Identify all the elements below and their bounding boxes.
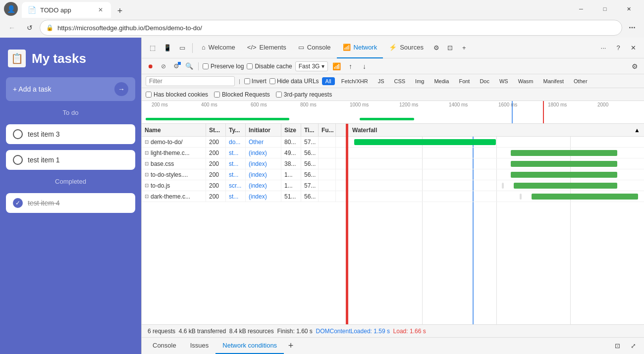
bottom-tab-issues[interactable]: Issues	[183, 338, 216, 354]
has-blocked-cookies-label[interactable]: Has blocked cookies	[146, 91, 208, 98]
table-row[interactable]: ⊡ to-do.js 200 scr... (index) 1... 57...	[142, 180, 347, 191]
add-bottom-tab-button[interactable]: +	[284, 339, 298, 353]
device-emulation-button[interactable]: 📱	[161, 41, 174, 55]
tab-sources[interactable]: ⚡ Sources	[383, 38, 429, 58]
tabs-area: 📄 TODO app ✕ +	[22, 0, 570, 18]
tab-network[interactable]: 📶 Network	[337, 38, 383, 58]
devtools-toolbar: ⬚ 📱 ▭ ⌂ Welcome </> Elements ▭ Console	[142, 38, 644, 58]
help-button[interactable]: ?	[611, 41, 625, 55]
td-name-1: ⊡ demo-to-do/	[142, 137, 206, 147]
filter-media-button[interactable]: Media	[430, 77, 452, 85]
filter-input[interactable]	[146, 76, 235, 86]
upload-button[interactable]: ↑	[345, 61, 356, 72]
filter-manifest-button[interactable]: Manifest	[539, 77, 567, 85]
filter-wasm-button[interactable]: Wasm	[515, 77, 537, 85]
network-settings-button[interactable]: ⚙	[629, 61, 640, 72]
task-item-2[interactable]: test item 1	[6, 150, 135, 170]
profile-button[interactable]: 👤	[4, 2, 18, 16]
expand-button[interactable]: ⤢	[626, 339, 640, 353]
disable-cache-checkbox[interactable]: Disable cache	[247, 63, 292, 70]
th-initiator[interactable]: Initiator	[246, 124, 281, 136]
filter-ws-button[interactable]: WS	[496, 77, 512, 85]
th-status[interactable]: St...	[206, 124, 226, 136]
add-task-button[interactable]: + Add a task →	[6, 77, 135, 101]
filter-js-button[interactable]: JS	[375, 77, 388, 85]
th-type[interactable]: Ty...	[226, 124, 246, 136]
maximize-button[interactable]: □	[593, 1, 616, 17]
settings-button[interactable]: ⚙	[429, 41, 443, 55]
tab-console[interactable]: ▭ Console	[292, 38, 337, 58]
th-fulfilled[interactable]: Fu...	[319, 124, 336, 136]
inspect-element-button[interactable]: ⬚	[146, 41, 160, 55]
wf-bar-5-waiting	[502, 183, 504, 189]
throttle-selector[interactable]: Fast 3G ▾	[295, 61, 328, 71]
table-row[interactable]: ⊡ light-theme.c... 200 st... (index) 49.…	[142, 148, 347, 158]
filter-font-button[interactable]: Font	[455, 77, 473, 85]
table-row[interactable]: ⊡ to-do-styles.... 200 st... (index) 1..…	[142, 169, 347, 180]
filter-img-button[interactable]: Img	[412, 77, 428, 85]
table-row[interactable]: ⊡ dark-theme.c... 200 st... (index) 51..…	[142, 191, 347, 202]
third-party-label[interactable]: 3rd-party requests	[276, 91, 332, 98]
dock-side-button[interactable]: ⊡	[443, 41, 457, 55]
tab-welcome[interactable]: ⌂ Welcome	[196, 38, 241, 58]
tab-elements[interactable]: </> Elements	[241, 38, 292, 58]
more-tabs-button[interactable]: ···	[596, 41, 610, 55]
td-time-5: 57...	[301, 180, 319, 191]
timeline-mark-1000: 1000 ms	[350, 102, 369, 107]
has-blocked-cookies-checkbox[interactable]	[146, 92, 152, 98]
task-item-1[interactable]: test item 3	[6, 124, 135, 144]
td-initiator-6: (index)	[246, 191, 281, 202]
clear-button[interactable]: ⊘	[159, 61, 168, 71]
th-time[interactable]: Ti...	[301, 124, 319, 136]
new-tab-button[interactable]: +	[113, 4, 127, 18]
timeline-mark-800: 800 ms	[300, 102, 317, 107]
tab-close-button[interactable]: ✕	[96, 5, 105, 14]
table-row[interactable]: ⊡ demo-to-do/ 200 do... Other 80... 57..…	[142, 137, 347, 148]
task-checkbox-1[interactable]	[13, 129, 23, 139]
network-table: Name St... Ty... Initiator Size Ti... Fu…	[142, 124, 347, 324]
task-checkbox-completed-1[interactable]: ✓	[13, 198, 23, 208]
filter-fetch-xhr-button[interactable]: Fetch/XHR	[338, 77, 372, 85]
blocked-requests-label[interactable]: Blocked Requests	[214, 91, 270, 98]
preserve-log-checkbox[interactable]: Preserve log	[203, 63, 244, 70]
add-tab-button[interactable]: +	[457, 41, 471, 55]
record-button[interactable]: ⏺	[146, 61, 156, 71]
filter-css-button[interactable]: CSS	[390, 77, 409, 85]
dock-button[interactable]: ▭	[175, 41, 189, 55]
th-name[interactable]: Name	[142, 124, 206, 136]
wf-bar-5	[514, 183, 617, 189]
td-initiator-3: (index)	[246, 158, 281, 169]
bottom-tab-network-conditions[interactable]: Network conditions	[215, 338, 284, 354]
bottom-tab-console[interactable]: Console	[146, 338, 183, 354]
waterfall-sort-icon[interactable]: ▲	[634, 127, 640, 134]
td-size-6: 51...	[281, 191, 301, 202]
minimize-button[interactable]: ─	[570, 1, 592, 17]
filter-all-button[interactable]: All	[322, 77, 335, 85]
status-requests: 6 requests 4.6 kB transferred 8.4 kB res…	[148, 328, 316, 335]
blocked-requests-checkbox[interactable]	[214, 92, 220, 98]
th-size[interactable]: Size	[281, 124, 301, 136]
task-checkbox-2[interactable]	[13, 155, 23, 165]
address-bar[interactable]: 🔒 https://microsoftedge.github.io/Demos/…	[40, 20, 622, 36]
table-row[interactable]: ⊡ base.css 200 st... (index) 38... 56...	[142, 158, 347, 169]
more-options-button[interactable]: ···	[624, 20, 640, 36]
browser-tab[interactable]: 📄 TODO app ✕	[22, 2, 111, 18]
td-fulfilled-1	[319, 137, 336, 147]
timeline-mark-1800: 1800 ms	[548, 102, 567, 107]
search-button[interactable]: 🔍	[184, 61, 194, 71]
reload-button[interactable]: ↺	[22, 20, 38, 36]
back-button[interactable]: ←	[4, 20, 20, 36]
close-button[interactable]: ✕	[617, 1, 640, 17]
wifi-icon-button[interactable]: 📶	[331, 61, 342, 72]
filter-other-button[interactable]: Other	[570, 77, 591, 85]
task-item-completed-1[interactable]: ✓ test item 4	[6, 193, 135, 213]
third-party-checkbox[interactable]	[276, 92, 282, 98]
undock-button[interactable]: ⊡	[610, 339, 624, 353]
filter-bar: | Invert Hide data URLs All Fetch/XHR JS…	[142, 74, 644, 88]
invert-checkbox[interactable]: Invert	[244, 78, 267, 85]
download-button[interactable]: ↓	[359, 61, 370, 72]
filter-doc-button[interactable]: Doc	[476, 77, 493, 85]
devtools-close-button[interactable]: ✕	[626, 41, 640, 55]
hide-data-urls-checkbox[interactable]: Hide data URLs	[269, 78, 319, 85]
filter-toggle-button[interactable]: ⚙	[171, 61, 181, 71]
